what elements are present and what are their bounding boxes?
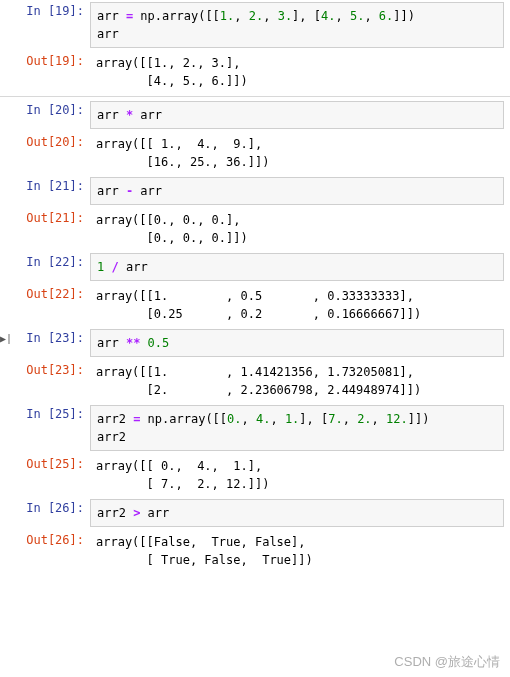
cell-22: In [22]: 1 / arr Out[22]: array([[1. , 0… (0, 251, 510, 327)
out-prompt: Out[23]: (0, 361, 90, 401)
in-prompt: In [19]: (0, 2, 90, 48)
cell-21: In [21]: arr - arr Out[21]: array([[0., … (0, 175, 510, 251)
code-input[interactable]: arr ** 0.5 (90, 329, 504, 357)
cell-marker-icon: ▶| (0, 333, 12, 345)
cell-26: In [26]: arr2 > arr Out[26]: array([[Fal… (0, 497, 510, 573)
output: array([[False, True, False], [ True, Fal… (90, 531, 510, 571)
in-prompt: In [22]: (0, 253, 90, 281)
in-prompt: In [21]: (0, 177, 90, 205)
output: array([[0., 0., 0.], [0., 0., 0.]]) (90, 209, 510, 249)
code-input[interactable]: arr - arr (90, 177, 504, 205)
output: array([[1. , 0.5 , 0.33333333], [0.25 , … (90, 285, 510, 325)
cell-23: ▶| In [23]: arr ** 0.5 Out[23]: array([[… (0, 327, 510, 403)
in-prompt: In [25]: (0, 405, 90, 451)
in-prompt: In [20]: (0, 101, 90, 129)
out-prompt: Out[26]: (0, 531, 90, 571)
in-prompt: In [26]: (0, 499, 90, 527)
out-prompt: Out[19]: (0, 52, 90, 92)
code-input[interactable]: 1 / arr (90, 253, 504, 281)
cell-19: In [19]: arr = np.array([[1., 2., 3.], [… (0, 0, 510, 94)
code-input[interactable]: arr = np.array([[1., 2., 3.], [4., 5., 6… (90, 2, 504, 48)
code-input[interactable]: arr2 > arr (90, 499, 504, 527)
out-prompt: Out[22]: (0, 285, 90, 325)
code-input[interactable]: arr * arr (90, 101, 504, 129)
output: array([[1., 2., 3.], [4., 5., 6.]]) (90, 52, 510, 92)
out-prompt: Out[21]: (0, 209, 90, 249)
out-prompt: Out[25]: (0, 455, 90, 495)
cell-20: In [20]: arr * arr Out[20]: array([[ 1.,… (0, 99, 510, 175)
output: array([[ 0., 4., 1.], [ 7., 2., 12.]]) (90, 455, 510, 495)
in-prompt: In [23]: (0, 329, 90, 357)
output: array([[1. , 1.41421356, 1.73205081], [2… (90, 361, 510, 401)
cell-25: In [25]: arr2 = np.array([[0., 4., 1.], … (0, 403, 510, 497)
code-input[interactable]: arr2 = np.array([[0., 4., 1.], [7., 2., … (90, 405, 504, 451)
out-prompt: Out[20]: (0, 133, 90, 173)
separator (0, 96, 510, 97)
output: array([[ 1., 4., 9.], [16., 25., 36.]]) (90, 133, 510, 173)
